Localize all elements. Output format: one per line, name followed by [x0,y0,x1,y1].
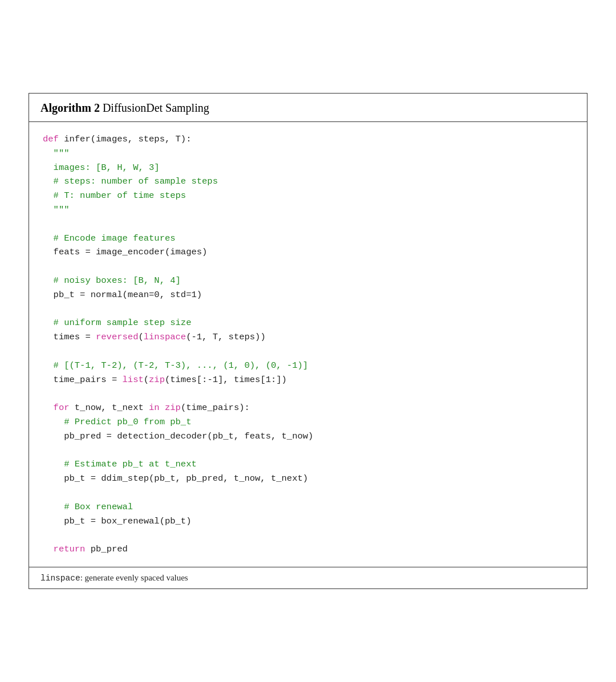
code-line-6: # T: number of time steps [43,189,573,203]
code-line-10: feats = image_encoder(images) [43,245,573,259]
code-line-23: pb_pred = detection_decoder(pb_t, feats,… [43,429,573,444]
algorithm-title-bold: Algorithm 2 [40,102,100,114]
code-line-13: pb_t = normal(mean=0, std=1) [43,288,573,302]
code-line-18: # [(T-1, T-2), (T-2, T-3), ..., (1, 0), … [43,359,573,373]
code-line-30 [43,528,573,542]
code-line-28: # Box renewal [43,500,573,514]
code-line-11 [43,259,573,274]
code-line-7: """ [43,203,573,217]
code-line-9: # Encode image features [43,232,573,246]
footnote-section: linspace: generate evenly spaced values [29,567,587,588]
footnote-code-word: linspace [40,574,80,583]
code-line-25: # Estimate pb_t at t_next [43,457,573,472]
code-line-12: # noisy boxes: [B, N, 4] [43,274,573,288]
footnote-description: : generate evenly spaced values [80,573,188,582]
code-line-17 [43,344,573,359]
code-line-19: time_pairs = list(zip(times[:-1], times[… [43,373,573,387]
code-line-29: pb_t = box_renewal(pb_t) [43,514,573,529]
algorithm-box: Algorithm 2 DiffusionDet Sampling def in… [29,93,587,589]
footnote-text: linspace: generate evenly spaced values [40,574,188,583]
code-line-27 [43,486,573,500]
code-line-20 [43,387,573,401]
code-line-3: """ [43,147,573,161]
code-line-21: for t_now, t_next in zip(time_pairs): [43,401,573,415]
code-line-16: times = reversed(linspace(-1, T, steps)) [43,330,573,344]
algorithm-header: Algorithm 2 DiffusionDet Sampling [29,94,587,122]
code-line-14 [43,302,573,316]
code-line-8 [43,217,573,232]
code-line-4: images: [B, H, W, 3] [43,161,573,175]
code-line-31: return pb_pred [43,542,573,557]
code-line-1: def infer(images, steps, T): [43,132,573,147]
code-line-22: # Predict pb_0 from pb_t [43,415,573,429]
code-line-24 [43,444,573,458]
algorithm-title-rest: DiffusionDet Sampling [100,102,209,114]
algorithm-title: Algorithm 2 DiffusionDet Sampling [40,102,209,114]
code-section: def infer(images, steps, T): """ images:… [29,122,587,567]
code-line-15: # uniform sample step size [43,316,573,330]
code-line-5: # steps: number of sample steps [43,174,573,189]
code-line-26: pb_t = ddim_step(pb_t, pb_pred, t_now, t… [43,472,573,486]
